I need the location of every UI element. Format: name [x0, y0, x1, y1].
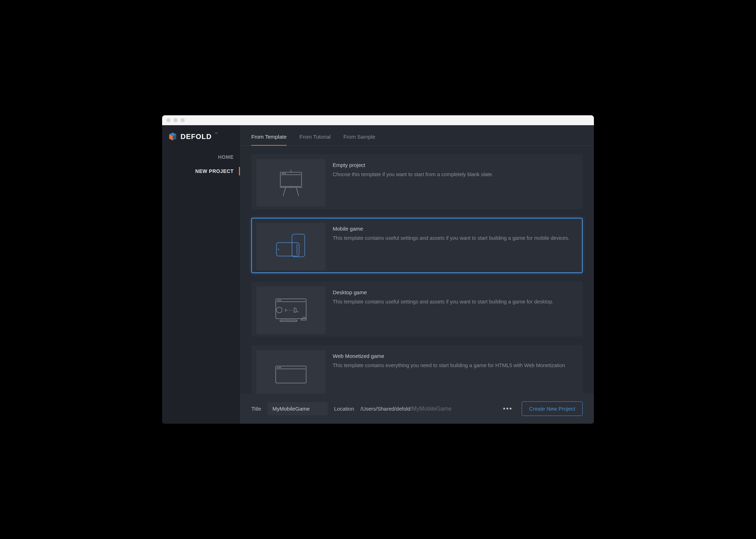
svg-point-19 — [277, 300, 278, 301]
sidebar-item-home[interactable]: HOME — [162, 150, 240, 164]
svg-point-29 — [279, 367, 280, 368]
svg-point-30 — [280, 367, 281, 368]
svg-rect-25 — [280, 320, 297, 321]
svg-rect-26 — [276, 366, 306, 383]
tab-from-sample[interactable]: From Sample — [343, 134, 375, 145]
minimize-window-button[interactable] — [173, 118, 178, 122]
svg-point-6 — [284, 173, 284, 174]
footer-bar: Title Location /Users/Shared/defold/MyMo… — [240, 394, 594, 424]
template-list[interactable]: Empty projectChoose this template if you… — [240, 146, 594, 394]
sidebar-nav: HOMENEW PROJECT — [162, 150, 240, 178]
template-title: Empty project — [333, 162, 578, 168]
svg-point-21 — [280, 300, 281, 301]
logo-icon — [168, 132, 178, 141]
template-info: Mobile gameThis template contains useful… — [333, 223, 578, 268]
svg-point-24 — [292, 310, 292, 311]
mobile-icon — [256, 223, 326, 270]
template-description: This template contains useful settings a… — [333, 234, 578, 242]
more-button[interactable]: ••• — [500, 403, 515, 414]
template-title: Mobile game — [333, 226, 578, 232]
sidebar: DEFOLD ™ HOMENEW PROJECT — [162, 125, 240, 424]
web-icon — [256, 350, 326, 394]
template-title: Web Monetized game — [333, 353, 578, 359]
logo: DEFOLD ™ — [162, 132, 240, 150]
svg-point-28 — [277, 367, 278, 368]
desktop-icon — [256, 286, 326, 334]
template-description: This template contains everything you ne… — [333, 362, 578, 370]
app-body: DEFOLD ™ HOMENEW PROJECT From TemplateFr… — [162, 125, 594, 424]
svg-line-10 — [283, 187, 286, 196]
logo-text: DEFOLD — [181, 133, 212, 141]
logo-trademark: ™ — [214, 132, 218, 135]
location-label: Location — [334, 406, 354, 412]
template-card-empty-project[interactable]: Empty projectChoose this template if you… — [251, 154, 583, 209]
template-info: Desktop gameThis template contains usefu… — [333, 286, 578, 332]
location-suffix: /MyMobileGame — [410, 406, 451, 412]
title-input[interactable] — [268, 402, 328, 415]
svg-rect-14 — [276, 243, 299, 256]
template-info: Web Monetized gameThis template contains… — [333, 350, 578, 394]
svg-point-20 — [279, 300, 280, 301]
template-title: Desktop game — [333, 289, 578, 295]
title-label: Title — [251, 406, 261, 412]
svg-rect-13 — [292, 234, 305, 257]
svg-point-23 — [290, 310, 290, 311]
tab-from-tutorial[interactable]: From Tutorial — [299, 134, 331, 145]
close-window-button[interactable] — [166, 118, 171, 122]
sidebar-item-new-project[interactable]: NEW PROJECT — [162, 164, 240, 178]
easel-icon — [256, 159, 326, 207]
template-card-desktop-game[interactable]: Desktop gameThis template contains usefu… — [251, 282, 583, 337]
app-window: DEFOLD ™ HOMENEW PROJECT From TemplateFr… — [162, 115, 594, 424]
svg-line-11 — [296, 187, 299, 196]
svg-rect-3 — [280, 172, 302, 186]
tab-from-template[interactable]: From Template — [251, 134, 287, 145]
svg-point-16 — [278, 249, 279, 250]
create-new-project-button[interactable]: Create New Project — [522, 401, 583, 416]
svg-point-5 — [282, 173, 283, 174]
tabs: From TemplateFrom TutorialFrom Sample — [240, 125, 594, 146]
maximize-window-button[interactable] — [181, 118, 185, 122]
template-info: Empty projectChoose this template if you… — [333, 159, 578, 204]
titlebar — [162, 115, 594, 125]
svg-point-22 — [287, 310, 288, 311]
template-card-web-monetized-game[interactable]: Web Monetized gameThis template contains… — [251, 345, 583, 394]
svg-point-7 — [285, 173, 286, 174]
main-content: From TemplateFrom TutorialFrom Sample Em… — [240, 125, 594, 424]
template-description: This template contains useful settings a… — [333, 298, 578, 306]
template-description: Choose this template if you want to star… — [333, 171, 578, 179]
location-base: /Users/Shared/defold — [361, 406, 411, 412]
template-card-mobile-game[interactable]: Mobile gameThis template contains useful… — [251, 218, 583, 273]
location-path: /Users/Shared/defold/MyMobileGame — [361, 406, 452, 412]
